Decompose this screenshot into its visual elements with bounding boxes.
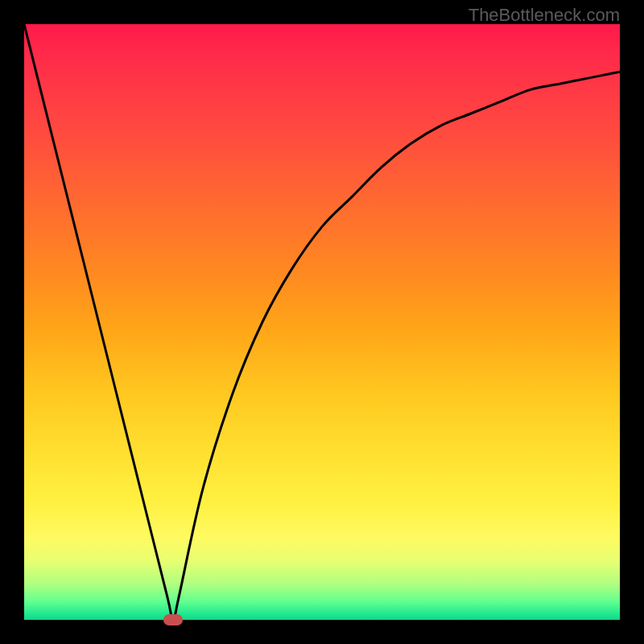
minimum-marker	[163, 614, 183, 625]
bottleneck-curve	[24, 24, 620, 620]
watermark-text: TheBottleneck.com	[469, 5, 620, 26]
plot-area	[24, 24, 620, 620]
